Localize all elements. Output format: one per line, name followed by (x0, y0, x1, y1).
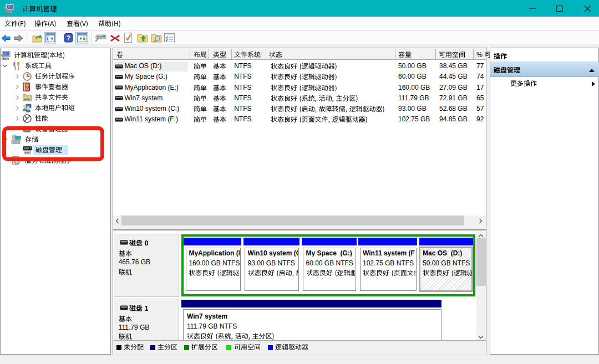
svg-text:?: ? (67, 34, 70, 42)
